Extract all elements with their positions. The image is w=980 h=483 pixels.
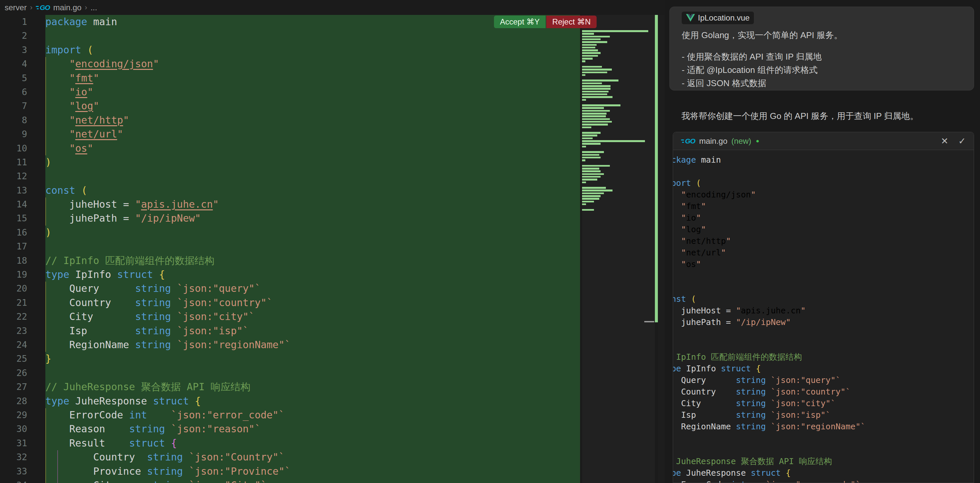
- code-line[interactable]: 15 juhePath = "/ip/ipNew": [0, 211, 665, 225]
- message-line: - 使用聚合数据的 API 查询 IP 归属地: [682, 50, 962, 63]
- code-line[interactable]: 26: [0, 366, 665, 380]
- indent-guide: [45, 296, 46, 310]
- code-line[interactable]: 30 Reason string `json:"reason"`: [0, 422, 665, 436]
- code-line[interactable]: 18// IpInfo 匹配前端组件的数据结构: [0, 254, 665, 268]
- minimap-bar: [582, 157, 601, 159]
- editor-pane: server › GO main.go › ... 1package main2…: [0, 0, 665, 483]
- code-line[interactable]: 2: [0, 29, 665, 43]
- code-line[interactable]: 10 "os": [0, 142, 665, 155]
- apply-check-icon[interactable]: ✓: [958, 136, 966, 147]
- indent-guide: [57, 464, 58, 478]
- line-number: 31: [0, 436, 27, 450]
- chat-panel: IpLocation.vue 使用 Golang，实现一个简单的 API 服务。…: [665, 0, 980, 483]
- editor-body: 1package main2 3import (4 "encoding/json…: [0, 15, 665, 483]
- ide-window: server › GO main.go › ... 1package main2…: [0, 0, 980, 483]
- code-block-header[interactable]: GO main.go (new) ● ✕ ✓: [673, 132, 974, 150]
- minimap-bar: [582, 72, 607, 73]
- indent-guide: [45, 85, 46, 99]
- scrollbar-track[interactable]: [658, 15, 665, 483]
- line-number: 22: [0, 310, 27, 324]
- minimap-bar: [582, 137, 593, 139]
- line-number: 9: [0, 127, 27, 141]
- minimap-bar: [582, 38, 601, 40]
- code-line[interactable]: 19type IpInfo struct {: [0, 268, 665, 282]
- line-number: 25: [0, 352, 27, 366]
- file-chip[interactable]: IpLocation.vue: [682, 11, 754, 24]
- line-number: 19: [0, 268, 27, 282]
- code-block-line: juheHost = "apis.juhe.cn": [673, 305, 974, 316]
- diff-action-buttons: Accept ⌘Y Reject ⌘N: [494, 16, 597, 28]
- accept-button[interactable]: Accept ⌘Y: [494, 16, 546, 28]
- code-line[interactable]: 8 "net/http": [0, 113, 665, 127]
- new-file-badge: (new): [731, 137, 751, 146]
- code-line[interactable]: 17: [0, 239, 665, 253]
- code-line[interactable]: 27// JuheResponse 聚合数据 API 响应结构: [0, 380, 665, 394]
- indent-guide: [57, 478, 58, 483]
- minimap-bar: [582, 132, 601, 134]
- code-line[interactable]: 25}: [0, 352, 665, 366]
- code-line[interactable]: 5 "fmt": [0, 71, 665, 85]
- code-block-line: "encoding/json": [673, 189, 974, 201]
- code-lines[interactable]: 1package main2 3import (4 "encoding/json…: [0, 15, 665, 483]
- code-line[interactable]: 32 Country string `json:"Country"`: [0, 450, 665, 464]
- code-line[interactable]: 22 City string `json:"city"`: [0, 310, 665, 324]
- line-number: 15: [0, 211, 27, 225]
- code-line[interactable]: 9 "net/url": [0, 127, 665, 141]
- code-line[interactable]: 24 RegionName string `json:"regionName"`: [0, 338, 665, 352]
- minimap-bar: [582, 167, 599, 170]
- breadcrumb-folder[interactable]: server: [5, 3, 27, 12]
- minimap-bar: [582, 99, 586, 101]
- indent-guide: [45, 422, 46, 436]
- minimap[interactable]: [582, 15, 655, 483]
- indent-guide: [45, 450, 46, 464]
- code-line[interactable]: 4 "encoding/json": [0, 57, 665, 71]
- minimap-bar: [582, 143, 601, 145]
- minimap-bar: [582, 52, 601, 54]
- minimap-bar: [582, 187, 606, 189]
- line-number: 27: [0, 380, 27, 394]
- code-line[interactable]: 20 Query string `json:"query"`: [0, 282, 665, 295]
- code-line[interactable]: 33 Province string `json:"Province"`: [0, 464, 665, 478]
- minimap-bar: [582, 57, 593, 60]
- code-line[interactable]: 12: [0, 169, 665, 183]
- minimap-bar: [582, 203, 586, 206]
- minimap-bar: [582, 49, 598, 51]
- line-number: 21: [0, 296, 27, 310]
- minimap-bar: [582, 173, 604, 175]
- code-line[interactable]: 16): [0, 226, 665, 239]
- line-number: 8: [0, 113, 27, 127]
- code-line[interactable]: 34 City string `json:"City"`: [0, 478, 665, 483]
- code-line[interactable]: 23 Isp string `json:"isp"`: [0, 324, 665, 338]
- code-line[interactable]: 6 "io": [0, 85, 665, 99]
- line-number: 17: [0, 239, 27, 253]
- code-block-line: }: [673, 432, 974, 444]
- code-line[interactable]: 21 Country string `json:"country"`: [0, 296, 665, 310]
- close-icon[interactable]: ✕: [941, 136, 948, 147]
- line-number: 18: [0, 254, 27, 268]
- code-line[interactable]: 7 "log": [0, 99, 665, 113]
- code-line[interactable]: 11): [0, 155, 665, 169]
- code-line[interactable]: 29 ErrorCode int `json:"error_code"`: [0, 408, 665, 422]
- minimap-bar: [582, 124, 608, 126]
- indent-guide: [45, 71, 46, 85]
- breadcrumb-file[interactable]: main.go: [53, 3, 81, 12]
- code-block-line: RegionName string `json:"regionName"`: [673, 421, 974, 432]
- code-line[interactable]: 13const (: [0, 183, 665, 198]
- breadcrumb-symbol[interactable]: ...: [91, 3, 97, 12]
- code-line[interactable]: 31 Result struct {: [0, 436, 665, 450]
- go-file-icon: GO: [36, 4, 50, 11]
- code-block: GO main.go (new) ● ✕ ✓ package main impo…: [673, 132, 974, 483]
- code-line[interactable]: 28type JuheResponse struct {: [0, 394, 665, 408]
- assistant-text: 我将帮你创建一个使用 Go 的 API 服务，用于查询 IP 归属地。: [681, 110, 966, 122]
- code-block-line: Query string `json:"query"`: [673, 375, 974, 386]
- minimap-bar: [582, 60, 585, 62]
- code-line[interactable]: 14 juheHost = "apis.juhe.cn": [0, 198, 665, 211]
- code-block-body: package main import ( "encoding/json" "f…: [673, 150, 974, 483]
- code-line[interactable]: 3import (: [0, 43, 665, 57]
- minimap-bar: [582, 193, 604, 194]
- breadcrumb[interactable]: server › GO main.go › ...: [0, 0, 665, 15]
- reject-button[interactable]: Reject ⌘N: [546, 16, 597, 28]
- line-number: 14: [0, 198, 27, 211]
- indent-guide: [45, 464, 46, 478]
- message-line: - 适配 @IpLocation 组件的请求格式: [682, 63, 962, 77]
